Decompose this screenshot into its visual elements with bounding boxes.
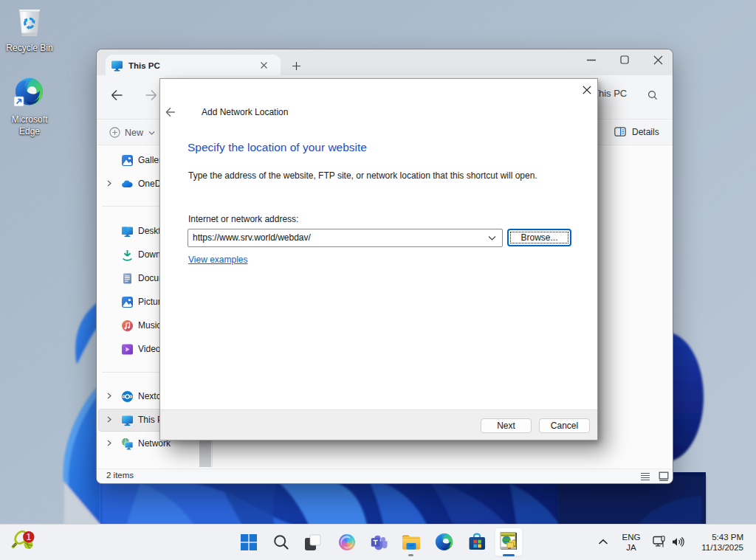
svg-text:1: 1 [26, 532, 31, 542]
